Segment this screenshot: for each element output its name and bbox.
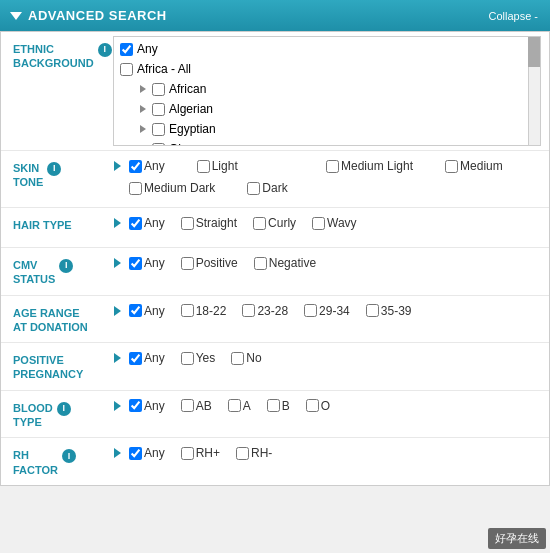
age-18-22-group: 18-22 bbox=[181, 304, 227, 318]
rh-plus-checkbox[interactable] bbox=[181, 447, 194, 460]
ethnic-african-checkbox[interactable] bbox=[152, 83, 165, 96]
hair-wavy-checkbox[interactable] bbox=[312, 217, 325, 230]
ethnic-algerian-label: Algerian bbox=[169, 102, 213, 116]
rh-minus-checkbox[interactable] bbox=[236, 447, 249, 460]
age-range-label: AGE RANGE AT DONATION bbox=[1, 296, 109, 343]
pregnancy-any-checkbox[interactable] bbox=[129, 352, 142, 365]
blood-ab-group: AB bbox=[181, 399, 212, 413]
age-any-label: Any bbox=[144, 304, 165, 318]
age-18-22-checkbox[interactable] bbox=[181, 304, 194, 317]
ethnic-africa-all[interactable]: Africa - All bbox=[114, 59, 540, 79]
collapse-button[interactable]: Collapse - bbox=[488, 10, 538, 22]
skin-medium-light-checkbox[interactable] bbox=[326, 160, 339, 173]
hair-arrow-right-icon bbox=[114, 218, 121, 228]
blood-b-checkbox[interactable] bbox=[267, 399, 280, 412]
blood-any-label: Any bbox=[144, 399, 165, 413]
rh-factor-content: Any RH+ RH- bbox=[125, 438, 549, 472]
cmv-positive-checkbox[interactable] bbox=[181, 257, 194, 270]
pregnancy-no-checkbox[interactable] bbox=[231, 352, 244, 365]
ethnic-africa-all-label: Africa - All bbox=[137, 62, 191, 76]
hair-type-content: Any Straight Curly Wavy bbox=[125, 208, 549, 242]
expand-arrow-icon[interactable] bbox=[140, 85, 146, 93]
hair-curly-checkbox[interactable] bbox=[253, 217, 266, 230]
age-29-34-checkbox[interactable] bbox=[304, 304, 317, 317]
skin-medium-checkbox[interactable] bbox=[445, 160, 458, 173]
watermark: 好孕在线 bbox=[488, 528, 546, 549]
blood-any-checkbox[interactable] bbox=[129, 399, 142, 412]
cmv-any-label: Any bbox=[144, 256, 165, 270]
skin-row-2: Medium Light Medium bbox=[326, 159, 541, 177]
blood-o-checkbox[interactable] bbox=[306, 399, 319, 412]
ethnic-egyptian-label: Egyptian bbox=[169, 122, 216, 136]
blood-b-label: B bbox=[282, 399, 290, 413]
age-arrow-right-icon bbox=[114, 306, 121, 316]
ethnic-any-checkbox[interactable] bbox=[120, 43, 133, 56]
expand-arrow-ghana-icon[interactable] bbox=[140, 145, 146, 146]
age-35-39-checkbox[interactable] bbox=[366, 304, 379, 317]
pregnancy-no-group: No bbox=[231, 351, 261, 365]
cmv-status-info-icon[interactable]: i bbox=[59, 259, 73, 273]
cmv-any-checkbox[interactable] bbox=[129, 257, 142, 270]
blood-a-group: A bbox=[228, 399, 251, 413]
skin-dark-checkbox[interactable] bbox=[247, 182, 260, 195]
ethnic-background-section: ETHNIC BACKGROUND i Any Africa - All bbox=[1, 32, 549, 151]
ethnic-algerian[interactable]: Algerian bbox=[114, 99, 540, 119]
scrollbar-track[interactable] bbox=[528, 37, 540, 145]
ethnic-african[interactable]: African bbox=[114, 79, 540, 99]
ethnic-ghana[interactable]: Ghana bbox=[114, 139, 540, 146]
cmv-status-section: CMV STATUS i Any Positive Negative bbox=[1, 248, 549, 296]
blood-type-info-icon[interactable]: i bbox=[57, 402, 71, 416]
ethnic-egyptian-checkbox[interactable] bbox=[152, 123, 165, 136]
skin-tone-section: SKIN TONE i Any Light bbox=[1, 151, 549, 208]
age-35-39-group: 35-39 bbox=[366, 304, 412, 318]
skin-light-group: Light bbox=[197, 159, 238, 173]
ethnic-background-content: Any Africa - All African bbox=[109, 32, 549, 150]
age-29-34-group: 29-34 bbox=[304, 304, 350, 318]
expand-arrow-egyptian-icon[interactable] bbox=[140, 125, 146, 133]
age-23-28-group: 23-28 bbox=[242, 304, 288, 318]
age-any-checkbox[interactable] bbox=[129, 304, 142, 317]
skin-light-checkbox[interactable] bbox=[197, 160, 210, 173]
rh-plus-group: RH+ bbox=[181, 446, 220, 460]
positive-pregnancy-section: POSITIVE PREGNANCY Any Yes No bbox=[1, 343, 549, 391]
age-29-34-label: 29-34 bbox=[319, 304, 350, 318]
blood-b-group: B bbox=[267, 399, 290, 413]
blood-type-label: BLOOD TYPE i bbox=[1, 391, 109, 438]
blood-any-group: Any bbox=[129, 399, 165, 413]
skin-tone-label: SKIN TONE i bbox=[1, 151, 109, 198]
hair-straight-checkbox[interactable] bbox=[181, 217, 194, 230]
skin-tone-grid: Any Light Medium Light Medium bbox=[129, 159, 541, 199]
skin-tone-info-icon[interactable]: i bbox=[47, 162, 61, 176]
hair-any-checkbox[interactable] bbox=[129, 217, 142, 230]
skin-any-checkbox[interactable] bbox=[129, 160, 142, 173]
pregnancy-yes-checkbox[interactable] bbox=[181, 352, 194, 365]
rh-factor-info-icon[interactable]: i bbox=[62, 449, 76, 463]
ethnic-africa-all-checkbox[interactable] bbox=[120, 63, 133, 76]
positive-pregnancy-label: POSITIVE PREGNANCY bbox=[1, 343, 109, 390]
skin-medium-dark-checkbox[interactable] bbox=[129, 182, 142, 195]
age-23-28-checkbox[interactable] bbox=[242, 304, 255, 317]
advanced-search-header: ADVANCED SEARCH Collapse - bbox=[0, 0, 550, 31]
ethnic-any[interactable]: Any bbox=[114, 39, 540, 59]
hair-wavy-label: Wavy bbox=[327, 216, 357, 230]
rh-any-label: Any bbox=[144, 446, 165, 460]
blood-ab-checkbox[interactable] bbox=[181, 399, 194, 412]
blood-ab-label: AB bbox=[196, 399, 212, 413]
cmv-negative-checkbox[interactable] bbox=[254, 257, 267, 270]
hair-straight-label: Straight bbox=[196, 216, 237, 230]
skin-medium-light-label: Medium Light bbox=[341, 159, 413, 173]
blood-type-content: Any AB A B O bbox=[125, 391, 549, 425]
ethnic-egyptian[interactable]: Egyptian bbox=[114, 119, 540, 139]
blood-a-checkbox[interactable] bbox=[228, 399, 241, 412]
scrollbar-thumb[interactable] bbox=[528, 37, 540, 67]
cmv-negative-label: Negative bbox=[269, 256, 316, 270]
expand-arrow-algerian-icon[interactable] bbox=[140, 105, 146, 113]
skin-light-label: Light bbox=[212, 159, 238, 173]
ethnic-background-scroll[interactable]: Any Africa - All African bbox=[113, 36, 541, 146]
skin-medium-dark-label: Medium Dark bbox=[144, 181, 215, 195]
skin-medium-label: Medium bbox=[460, 159, 503, 173]
ethnic-algerian-checkbox[interactable] bbox=[152, 103, 165, 116]
ethnic-ghana-checkbox[interactable] bbox=[152, 143, 165, 147]
skin-medium-group: Medium bbox=[445, 159, 503, 173]
rh-any-checkbox[interactable] bbox=[129, 447, 142, 460]
